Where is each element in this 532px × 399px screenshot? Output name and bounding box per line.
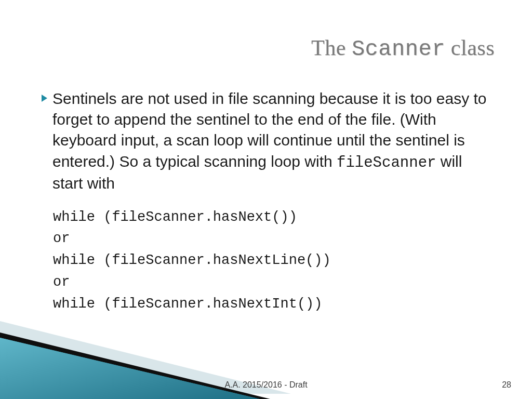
bullet-row: Sentinels are not used in file scanning … [42,88,494,194]
slide: The Scanner class Sentinels are not used… [0,0,532,399]
bullet-text: Sentinels are not used in file scanning … [52,88,494,194]
code-or-1: or [53,231,70,246]
code-or-2: or [53,274,70,290]
footer-text: A.A. 2015/2016 - Draft [0,380,532,390]
code-block: while (fileScanner.hasNext()) or while (… [53,207,494,315]
slide-title: The Scanner class [311,35,495,62]
page-number: 28 [502,380,511,390]
slide-body: Sentinels are not used in file scanning … [42,88,494,315]
triangle-bullet-icon [42,95,47,102]
code-line-2: while (fileScanner.hasNextLine()) [53,252,331,268]
title-prefix: The [311,36,352,60]
code-line-3: while (fileScanner.hasNextInt()) [53,296,322,312]
title-codeword: Scanner [352,37,445,62]
title-suffix: class [445,36,495,60]
bullet-inline-code: fileScanner [337,154,436,171]
code-line-1: while (fileScanner.hasNext()) [53,209,297,225]
